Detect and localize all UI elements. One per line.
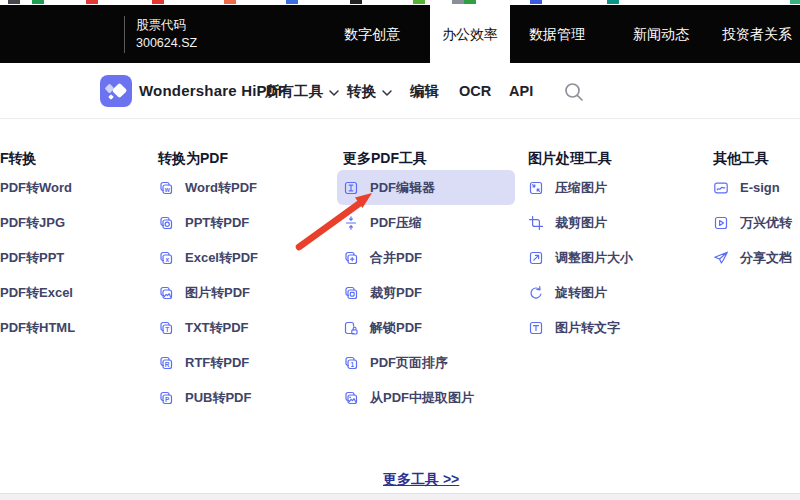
menu-item-图片转PDF[interactable]: 图片转PDF xyxy=(158,275,340,310)
menu-item-PDF压缩[interactable]: PDF压缩 xyxy=(343,205,528,240)
header-nav-label: 所有工具 xyxy=(265,63,323,119)
svg-text:x: x xyxy=(165,255,169,262)
topbar-nav-新闻动态[interactable]: 新闻动态 xyxy=(633,5,689,63)
menu-item-label: E-sign xyxy=(740,180,780,195)
more-tools-link[interactable]: 更多工具 >> xyxy=(383,471,459,489)
menu-item-PDF转PPT[interactable]: PDF转PPT xyxy=(0,240,150,275)
menu-item-万兴优转[interactable]: 万兴优转 xyxy=(713,205,800,240)
menu-item-label: 分享文档 xyxy=(740,249,792,267)
menu-item-Excel转PDF[interactable]: xExcel转PDF xyxy=(158,240,340,275)
menu-item-PDF转Word[interactable]: PDF转Word xyxy=(0,170,150,205)
page-below-strip xyxy=(0,493,800,500)
esign-icon xyxy=(713,180,729,196)
header-nav-label: 转换 xyxy=(347,63,376,119)
browser-favicon-fragment xyxy=(413,0,425,4)
menu-item-label: 解锁PDF xyxy=(370,319,422,337)
menu-item-label: PDF编辑器 xyxy=(370,179,435,197)
browser-favicon-fragment xyxy=(86,0,98,4)
rtf-file-icon: R xyxy=(158,355,174,371)
browser-favicon-fragment xyxy=(607,0,619,4)
paper-plane-icon xyxy=(713,250,729,266)
topbar-nav-办公效率-active[interactable]: 办公效率 xyxy=(430,5,510,63)
menu-item-分享文档[interactable]: 分享文档NEW xyxy=(713,240,800,275)
menu-item-label: PDF压缩 xyxy=(370,214,422,232)
compress-image-icon xyxy=(528,180,544,196)
browser-favicon-fragment xyxy=(152,0,164,4)
corporate-topbar: 股票代码 300624.SZ 数字创意办公效率数据管理新闻动态投资者关系 xyxy=(0,5,800,63)
menu-item-TXT转PDF[interactable]: TTXT转PDF xyxy=(158,310,340,345)
menu-item-label: 图片转文字 xyxy=(555,319,620,337)
menu-item-解锁PDF[interactable]: 解锁PDF xyxy=(343,310,528,345)
hipdf-logo-icon[interactable] xyxy=(100,75,132,107)
header-nav-label: OCR xyxy=(459,63,491,119)
menu-item-PDF页面排序[interactable]: 1PDF页面排序 xyxy=(343,345,528,380)
header-nav-API[interactable]: API xyxy=(509,63,533,119)
header-nav-编辑[interactable]: 编辑 xyxy=(410,63,439,119)
svg-text:1: 1 xyxy=(350,360,354,367)
excel-file-icon: x xyxy=(158,250,174,266)
menu-item-Word转PDF[interactable]: wWord转PDF xyxy=(158,170,340,205)
unlock-pdf-icon xyxy=(343,320,359,336)
extract-image-icon xyxy=(343,390,359,406)
menu-item-label: PDF转HTML xyxy=(0,319,75,337)
search-icon[interactable] xyxy=(563,81,585,103)
merge-pdf-icon xyxy=(343,250,359,266)
menu-item-E-sign[interactable]: E-sign xyxy=(713,170,800,205)
word-file-icon: w xyxy=(158,180,174,196)
browser-favicon-fragment xyxy=(790,0,800,4)
image-to-text-icon xyxy=(528,320,544,336)
topbar-nav-数字创意[interactable]: 数字创意 xyxy=(344,5,400,63)
header-nav-label: 编辑 xyxy=(410,63,439,119)
menu-column-0: F转换PDF转WordPDF转JPGPDF转PPTPDF转ExcelPDF转HT… xyxy=(0,146,150,345)
browser-favicon-fragment xyxy=(32,0,44,4)
menu-item-裁剪PDF[interactable]: 裁剪PDF xyxy=(343,275,528,310)
header-nav-所有工具[interactable]: 所有工具 xyxy=(265,63,339,119)
menu-column-header: F转换 xyxy=(0,146,150,170)
menu-item-label: Word转PDF xyxy=(185,179,257,197)
topbar-nav-数据管理[interactable]: 数据管理 xyxy=(529,5,585,63)
menu-column-header: 更多PDF工具 xyxy=(343,146,528,170)
menu-item-调整图片大小[interactable]: 调整图片大小 xyxy=(528,240,710,275)
txt-file-icon: T xyxy=(158,320,174,336)
image-file-icon xyxy=(158,285,174,301)
browser-favicon-fragment xyxy=(452,0,464,4)
menu-column-4: 其他工具E-sign万兴优转分享文档NEW xyxy=(713,146,800,275)
menu-column-header: 其他工具 xyxy=(713,146,800,170)
menu-item-label: PDF转Excel xyxy=(0,284,73,302)
menu-item-label: 裁剪图片 xyxy=(555,214,607,232)
header-nav-转换[interactable]: 转换 xyxy=(347,63,392,119)
svg-text:w: w xyxy=(164,185,171,192)
menu-item-从PDF中提取图片[interactable]: 从PDF中提取图片 xyxy=(343,380,528,415)
menu-item-裁剪图片[interactable]: 裁剪图片 xyxy=(528,205,710,240)
pub-file-icon: P xyxy=(158,390,174,406)
menu-item-PDF转HTML[interactable]: PDF转HTML xyxy=(0,310,150,345)
header-nav-OCR[interactable]: OCR xyxy=(459,63,491,119)
stock-code-block: 股票代码 300624.SZ xyxy=(136,16,197,52)
topbar-nav-投资者关系[interactable]: 投资者关系 xyxy=(722,5,792,63)
menu-column-3: 图片处理工具压缩图片裁剪图片调整图片大小旋转图片图片转文字 xyxy=(528,146,710,345)
menu-item-压缩图片[interactable]: 压缩图片 xyxy=(528,170,710,205)
browser-favicon-fragment xyxy=(530,0,542,4)
menu-item-label: 从PDF中提取图片 xyxy=(370,389,474,407)
menu-item-label: 调整图片大小 xyxy=(555,249,633,267)
menu-item-label: 旋转图片 xyxy=(555,284,607,302)
menu-item-label: 压缩图片 xyxy=(555,179,607,197)
svg-text:R: R xyxy=(165,360,170,367)
menu-item-label: PDF转Word xyxy=(0,179,72,197)
stock-label: 股票代码 xyxy=(136,16,197,34)
menu-item-label: TXT转PDF xyxy=(185,319,249,337)
browser-favicon-fragment xyxy=(464,0,476,4)
menu-item-PUB转PDF[interactable]: PPUB转PDF xyxy=(158,380,340,415)
menu-item-RTF转PDF[interactable]: RRTF转PDF xyxy=(158,345,340,380)
menu-item-图片转文字[interactable]: 图片转文字 xyxy=(528,310,710,345)
menu-item-PDF转Excel[interactable]: PDF转Excel xyxy=(0,275,150,310)
svg-text:P: P xyxy=(165,395,170,402)
menu-item-旋转图片[interactable]: 旋转图片 xyxy=(528,275,710,310)
menu-item-PDF转JPG[interactable]: PDF转JPG xyxy=(0,205,150,240)
browser-favicon-fragment xyxy=(350,0,362,4)
menu-item-label: 裁剪PDF xyxy=(370,284,422,302)
menu-item-PPT转PDF[interactable]: PPT转PDF xyxy=(158,205,340,240)
menu-item-合并PDF[interactable]: 合并PDF xyxy=(343,240,528,275)
menu-column-2: 更多PDF工具PDF编辑器PDF压缩合并PDF裁剪PDF解锁PDF1PDF页面排… xyxy=(343,146,528,415)
menu-item-PDF编辑器-highlighted[interactable]: PDF编辑器 xyxy=(337,170,515,205)
